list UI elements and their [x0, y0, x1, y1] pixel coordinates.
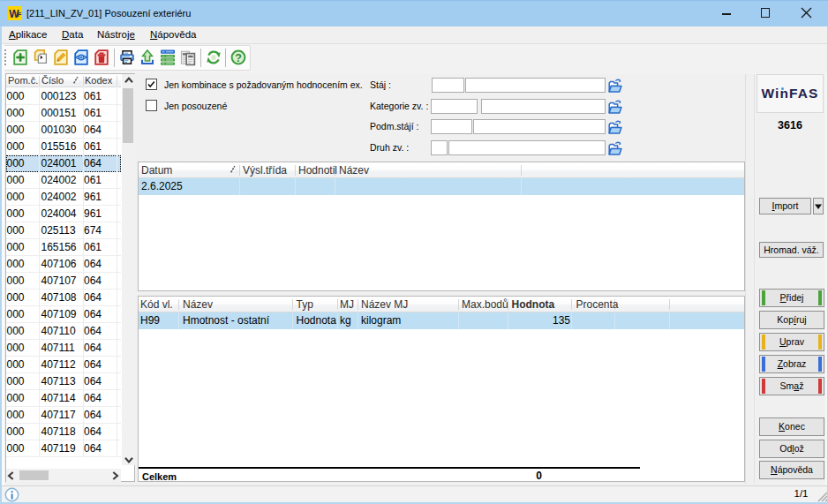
svg-text:F: F	[18, 11, 22, 19]
svg-text:?: ?	[235, 52, 242, 64]
